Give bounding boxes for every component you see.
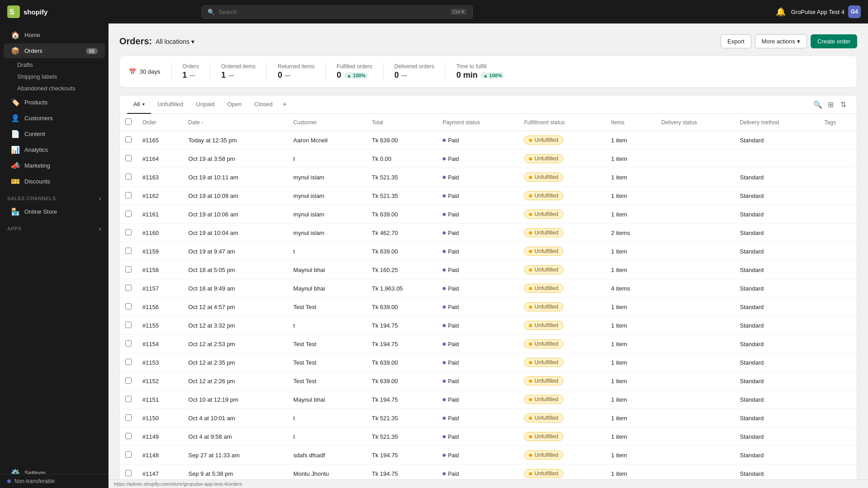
tab-unpaid[interactable]: Unpaid <box>190 95 221 114</box>
customer-name: t <box>288 150 367 168</box>
non-transfer-dot <box>7 479 11 483</box>
delivery-status <box>656 372 734 390</box>
sidebar-item-drafts[interactable]: Drafts <box>14 59 105 70</box>
sidebar-item-shipping[interactable]: Shipping labels <box>14 71 105 82</box>
table-row[interactable]: #1155 Oct 12 at 3:32 pm t Tk 194.75 Paid… <box>120 316 857 335</box>
row-checkbox[interactable] <box>125 414 132 421</box>
select-all-checkbox[interactable] <box>125 118 132 125</box>
stat-orders: Orders 1 — <box>171 63 210 80</box>
filter-icon[interactable]: ⊞ <box>824 98 837 111</box>
export-button[interactable]: Export <box>721 34 751 48</box>
expand-icon[interactable]: › <box>99 195 101 202</box>
fulfillment-badge: Unfulfilled <box>524 191 563 200</box>
delivery-status <box>656 187 734 205</box>
stat-delivered-orders: Delivered orders 0 — <box>383 63 445 80</box>
search-table-icon[interactable]: 🔍 <box>811 98 824 111</box>
row-checkbox[interactable] <box>125 155 132 161</box>
customers-icon: 👤 <box>11 114 20 122</box>
stat-returned-items: Returned items 0 — <box>266 63 325 80</box>
order-date: Oct 12 at 4:57 pm <box>183 298 288 316</box>
sidebar-item-customers[interactable]: 👤 Customers <box>4 111 105 126</box>
fulfillment-badge: Unfulfilled <box>524 469 563 478</box>
create-order-button[interactable]: Create order <box>811 34 857 48</box>
order-date: Today at 12:35 pm <box>183 131 288 150</box>
tab-all[interactable]: All ▾ <box>127 95 151 114</box>
sort-icon[interactable]: ⇅ <box>837 98 849 111</box>
table-row[interactable]: #1148 Sep 27 at 11:33 am sdafs dfsadf Tk… <box>120 446 857 465</box>
row-checkbox[interactable] <box>125 433 132 439</box>
row-checkbox[interactable] <box>125 359 132 365</box>
table-row[interactable]: #1159 Oct 19 at 9:47 am t Tk 639.00 Paid… <box>120 242 857 261</box>
row-checkbox[interactable] <box>125 266 132 272</box>
fulfillment-badge: Unfulfilled <box>524 173 563 182</box>
sidebar-item-products[interactable]: 🏷️ Products <box>4 95 105 110</box>
row-checkbox[interactable] <box>125 211 132 217</box>
row-checkbox[interactable] <box>125 285 132 291</box>
tab-unfulfilled[interactable]: Unfulfilled <box>151 95 189 114</box>
fulfillment-badge: Unfulfilled <box>524 247 563 256</box>
order-tags <box>819 150 857 168</box>
row-checkbox[interactable] <box>125 174 132 180</box>
row-checkbox[interactable] <box>125 303 132 310</box>
table-row[interactable]: #1161 Oct 19 at 10:06 am mynul islam Tk … <box>120 205 857 224</box>
items-count: 1 item <box>606 168 656 187</box>
order-total: Tk 160.25 <box>366 261 437 279</box>
order-total: Tk 639.00 <box>366 353 437 372</box>
delivery-status <box>656 390 734 409</box>
row-checkbox[interactable] <box>125 377 132 384</box>
sidebar-item-orders[interactable]: 📦 Orders 68 <box>4 43 105 58</box>
table-row[interactable]: #1153 Oct 12 at 2:35 pm Test Test Tk 639… <box>120 353 857 372</box>
items-count: 1 item <box>606 205 656 224</box>
payment-status: Paid <box>437 335 519 353</box>
fulfillment-badge: Unfulfilled <box>524 321 563 330</box>
col-items: Items <box>606 114 656 131</box>
store-selector[interactable]: GroPulse App Test 4 G4 <box>791 5 861 18</box>
table-row[interactable]: #1152 Oct 12 at 2:26 pm Test Test Tk 639… <box>120 372 857 390</box>
table-row[interactable]: #1160 Oct 19 at 10:04 am mynul islam Tk … <box>120 224 857 242</box>
order-total: Tk 521.35 <box>366 427 437 446</box>
fulfillment-badge: Unfulfilled <box>524 413 563 422</box>
search-bar[interactable]: 🔍 Ctrl K <box>202 5 473 19</box>
row-checkbox[interactable] <box>125 192 132 198</box>
table-row[interactable]: #1158 Oct 18 at 5:05 pm Maynul bhai Tk 1… <box>120 261 857 279</box>
row-checkbox[interactable] <box>125 340 132 347</box>
sidebar-item-abandoned[interactable]: Abandoned checkouts <box>14 83 105 94</box>
tab-open[interactable]: Open <box>221 95 248 114</box>
table-row[interactable]: #1165 Today at 12:35 pm Aaron Mcneil Tk … <box>120 131 857 150</box>
table-row[interactable]: #1162 Oct 19 at 10:09 am mynul islam Tk … <box>120 187 857 205</box>
row-checkbox[interactable] <box>125 396 132 402</box>
location-selector[interactable]: All locations ▾ <box>156 38 194 45</box>
table-row[interactable]: #1150 Oct 4 at 10:01 am t Tk 521.35 Paid… <box>120 409 857 427</box>
table-row[interactable]: #1154 Oct 12 at 2:53 pm Test Test Tk 194… <box>120 335 857 353</box>
row-checkbox[interactable] <box>125 248 132 254</box>
order-tags <box>819 390 857 409</box>
payment-status: Paid <box>437 279 519 298</box>
sidebar-item-home[interactable]: 🏠 Home <box>4 28 105 42</box>
tab-closed[interactable]: Closed <box>248 95 279 114</box>
row-checkbox[interactable] <box>125 470 132 476</box>
notification-bell-icon[interactable]: 🔔 <box>776 7 786 17</box>
row-checkbox[interactable] <box>125 229 132 235</box>
home-icon: 🏠 <box>11 31 20 39</box>
order-tags <box>819 298 857 316</box>
row-checkbox[interactable] <box>125 136 132 143</box>
row-checkbox[interactable] <box>125 322 132 328</box>
shopify-logo[interactable]: S shopify <box>7 5 47 18</box>
sidebar-item-online-store[interactable]: 🏪 Online Store <box>4 204 105 219</box>
row-checkbox[interactable] <box>125 451 132 458</box>
table-row[interactable]: #1157 Oct 16 at 9:49 am Maynul bhai Tk 1… <box>120 279 857 298</box>
table-row[interactable]: #1149 Oct 4 at 9:58 am t Tk 521.35 Paid … <box>120 427 857 446</box>
sidebar-item-marketing[interactable]: 📣 Marketing <box>4 158 105 173</box>
sidebar-item-content[interactable]: 📄 Content <box>4 127 105 141</box>
table-row[interactable]: #1151 Oct 10 at 12:19 pm Maynul bhai Tk … <box>120 390 857 409</box>
more-actions-button[interactable]: More actions ▾ <box>755 34 807 48</box>
sidebar-item-analytics[interactable]: 📊 Analytics <box>4 142 105 157</box>
date-range[interactable]: 📅 30 days <box>129 68 160 75</box>
search-input[interactable] <box>218 9 447 15</box>
add-tab-button[interactable]: + <box>279 97 290 112</box>
table-row[interactable]: #1156 Oct 12 at 4:57 pm Test Test Tk 639… <box>120 298 857 316</box>
table-row[interactable]: #1163 Oct 19 at 10:11 am mynul islam Tk … <box>120 168 857 187</box>
sidebar-item-discounts[interactable]: 🎫 Discounts <box>4 174 105 189</box>
apps-expand-icon[interactable]: › <box>99 225 101 232</box>
table-row[interactable]: #1164 Oct 19 at 3:58 pm t Tk 0.00 Paid U… <box>120 150 857 168</box>
